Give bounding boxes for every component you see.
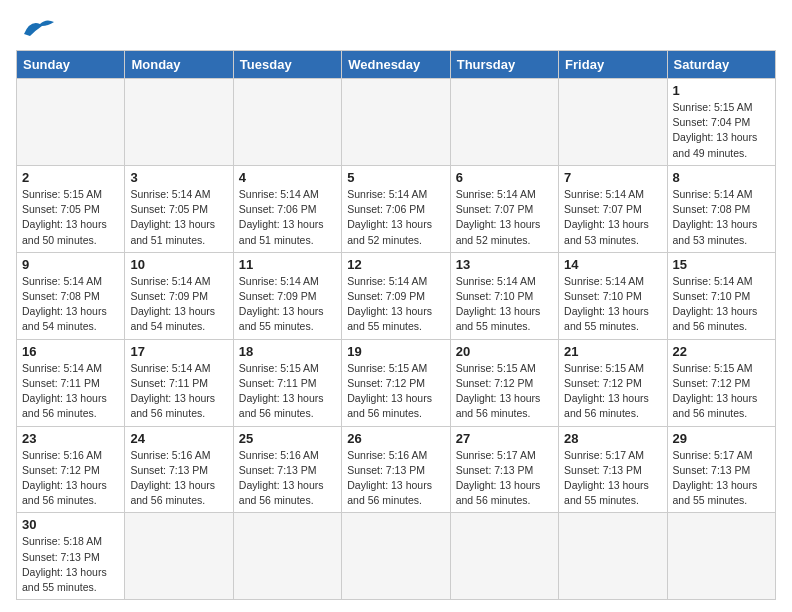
calendar-cell: 14Sunrise: 5:14 AM Sunset: 7:10 PM Dayli… bbox=[559, 252, 667, 339]
calendar-cell: 10Sunrise: 5:14 AM Sunset: 7:09 PM Dayli… bbox=[125, 252, 233, 339]
day-number: 3 bbox=[130, 170, 227, 185]
calendar-cell bbox=[559, 79, 667, 166]
day-info: Sunrise: 5:15 AM Sunset: 7:12 PM Dayligh… bbox=[456, 361, 553, 422]
day-info: Sunrise: 5:14 AM Sunset: 7:06 PM Dayligh… bbox=[239, 187, 336, 248]
day-number: 14 bbox=[564, 257, 661, 272]
day-number: 27 bbox=[456, 431, 553, 446]
day-number: 30 bbox=[22, 517, 119, 532]
day-number: 7 bbox=[564, 170, 661, 185]
day-info: Sunrise: 5:15 AM Sunset: 7:12 PM Dayligh… bbox=[347, 361, 444, 422]
calendar-cell: 7Sunrise: 5:14 AM Sunset: 7:07 PM Daylig… bbox=[559, 165, 667, 252]
day-number: 26 bbox=[347, 431, 444, 446]
calendar-cell bbox=[125, 79, 233, 166]
calendar-header-row: SundayMondayTuesdayWednesdayThursdayFrid… bbox=[17, 51, 776, 79]
day-info: Sunrise: 5:14 AM Sunset: 7:08 PM Dayligh… bbox=[22, 274, 119, 335]
calendar-cell: 24Sunrise: 5:16 AM Sunset: 7:13 PM Dayli… bbox=[125, 426, 233, 513]
calendar-cell: 12Sunrise: 5:14 AM Sunset: 7:09 PM Dayli… bbox=[342, 252, 450, 339]
day-number: 8 bbox=[673, 170, 770, 185]
calendar-cell: 30Sunrise: 5:18 AM Sunset: 7:13 PM Dayli… bbox=[17, 513, 125, 600]
calendar-cell: 25Sunrise: 5:16 AM Sunset: 7:13 PM Dayli… bbox=[233, 426, 341, 513]
day-number: 13 bbox=[456, 257, 553, 272]
calendar-week-row: 2Sunrise: 5:15 AM Sunset: 7:05 PM Daylig… bbox=[17, 165, 776, 252]
calendar-body: 1Sunrise: 5:15 AM Sunset: 7:04 PM Daylig… bbox=[17, 79, 776, 600]
calendar-cell: 8Sunrise: 5:14 AM Sunset: 7:08 PM Daylig… bbox=[667, 165, 775, 252]
day-info: Sunrise: 5:14 AM Sunset: 7:06 PM Dayligh… bbox=[347, 187, 444, 248]
day-number: 28 bbox=[564, 431, 661, 446]
calendar-cell bbox=[450, 79, 558, 166]
calendar-cell: 20Sunrise: 5:15 AM Sunset: 7:12 PM Dayli… bbox=[450, 339, 558, 426]
calendar-week-row: 1Sunrise: 5:15 AM Sunset: 7:04 PM Daylig… bbox=[17, 79, 776, 166]
day-info: Sunrise: 5:14 AM Sunset: 7:11 PM Dayligh… bbox=[22, 361, 119, 422]
day-info: Sunrise: 5:15 AM Sunset: 7:12 PM Dayligh… bbox=[673, 361, 770, 422]
calendar-cell: 4Sunrise: 5:14 AM Sunset: 7:06 PM Daylig… bbox=[233, 165, 341, 252]
calendar-cell: 19Sunrise: 5:15 AM Sunset: 7:12 PM Dayli… bbox=[342, 339, 450, 426]
calendar-cell: 29Sunrise: 5:17 AM Sunset: 7:13 PM Dayli… bbox=[667, 426, 775, 513]
day-info: Sunrise: 5:15 AM Sunset: 7:11 PM Dayligh… bbox=[239, 361, 336, 422]
day-info: Sunrise: 5:14 AM Sunset: 7:05 PM Dayligh… bbox=[130, 187, 227, 248]
calendar-cell: 2Sunrise: 5:15 AM Sunset: 7:05 PM Daylig… bbox=[17, 165, 125, 252]
day-number: 5 bbox=[347, 170, 444, 185]
day-info: Sunrise: 5:15 AM Sunset: 7:05 PM Dayligh… bbox=[22, 187, 119, 248]
day-number: 10 bbox=[130, 257, 227, 272]
day-info: Sunrise: 5:14 AM Sunset: 7:09 PM Dayligh… bbox=[239, 274, 336, 335]
calendar-week-row: 30Sunrise: 5:18 AM Sunset: 7:13 PM Dayli… bbox=[17, 513, 776, 600]
calendar-cell bbox=[233, 513, 341, 600]
day-info: Sunrise: 5:14 AM Sunset: 7:08 PM Dayligh… bbox=[673, 187, 770, 248]
day-number: 19 bbox=[347, 344, 444, 359]
calendar-week-row: 16Sunrise: 5:14 AM Sunset: 7:11 PM Dayli… bbox=[17, 339, 776, 426]
day-number: 18 bbox=[239, 344, 336, 359]
day-number: 20 bbox=[456, 344, 553, 359]
calendar-week-row: 9Sunrise: 5:14 AM Sunset: 7:08 PM Daylig… bbox=[17, 252, 776, 339]
day-number: 12 bbox=[347, 257, 444, 272]
day-header-sunday: Sunday bbox=[17, 51, 125, 79]
day-info: Sunrise: 5:14 AM Sunset: 7:10 PM Dayligh… bbox=[564, 274, 661, 335]
day-number: 4 bbox=[239, 170, 336, 185]
day-number: 2 bbox=[22, 170, 119, 185]
day-header-wednesday: Wednesday bbox=[342, 51, 450, 79]
day-info: Sunrise: 5:16 AM Sunset: 7:13 PM Dayligh… bbox=[239, 448, 336, 509]
calendar-cell: 6Sunrise: 5:14 AM Sunset: 7:07 PM Daylig… bbox=[450, 165, 558, 252]
day-header-friday: Friday bbox=[559, 51, 667, 79]
calendar-cell: 5Sunrise: 5:14 AM Sunset: 7:06 PM Daylig… bbox=[342, 165, 450, 252]
day-info: Sunrise: 5:14 AM Sunset: 7:07 PM Dayligh… bbox=[456, 187, 553, 248]
day-info: Sunrise: 5:15 AM Sunset: 7:04 PM Dayligh… bbox=[673, 100, 770, 161]
day-number: 11 bbox=[239, 257, 336, 272]
day-header-tuesday: Tuesday bbox=[233, 51, 341, 79]
calendar-cell bbox=[17, 79, 125, 166]
calendar-cell: 23Sunrise: 5:16 AM Sunset: 7:12 PM Dayli… bbox=[17, 426, 125, 513]
calendar-cell: 22Sunrise: 5:15 AM Sunset: 7:12 PM Dayli… bbox=[667, 339, 775, 426]
day-number: 21 bbox=[564, 344, 661, 359]
day-info: Sunrise: 5:16 AM Sunset: 7:13 PM Dayligh… bbox=[130, 448, 227, 509]
day-info: Sunrise: 5:15 AM Sunset: 7:12 PM Dayligh… bbox=[564, 361, 661, 422]
day-info: Sunrise: 5:16 AM Sunset: 7:13 PM Dayligh… bbox=[347, 448, 444, 509]
day-info: Sunrise: 5:17 AM Sunset: 7:13 PM Dayligh… bbox=[564, 448, 661, 509]
day-number: 22 bbox=[673, 344, 770, 359]
calendar-cell: 9Sunrise: 5:14 AM Sunset: 7:08 PM Daylig… bbox=[17, 252, 125, 339]
day-number: 6 bbox=[456, 170, 553, 185]
day-number: 29 bbox=[673, 431, 770, 446]
day-number: 23 bbox=[22, 431, 119, 446]
calendar-cell bbox=[450, 513, 558, 600]
calendar-cell bbox=[125, 513, 233, 600]
calendar-cell bbox=[342, 513, 450, 600]
calendar-cell: 28Sunrise: 5:17 AM Sunset: 7:13 PM Dayli… bbox=[559, 426, 667, 513]
day-info: Sunrise: 5:14 AM Sunset: 7:11 PM Dayligh… bbox=[130, 361, 227, 422]
calendar-cell: 18Sunrise: 5:15 AM Sunset: 7:11 PM Dayli… bbox=[233, 339, 341, 426]
calendar-cell: 17Sunrise: 5:14 AM Sunset: 7:11 PM Dayli… bbox=[125, 339, 233, 426]
header bbox=[16, 16, 776, 38]
calendar-cell: 16Sunrise: 5:14 AM Sunset: 7:11 PM Dayli… bbox=[17, 339, 125, 426]
logo-bird-icon bbox=[20, 16, 56, 38]
calendar-week-row: 23Sunrise: 5:16 AM Sunset: 7:12 PM Dayli… bbox=[17, 426, 776, 513]
calendar-cell: 21Sunrise: 5:15 AM Sunset: 7:12 PM Dayli… bbox=[559, 339, 667, 426]
day-info: Sunrise: 5:17 AM Sunset: 7:13 PM Dayligh… bbox=[456, 448, 553, 509]
day-number: 9 bbox=[22, 257, 119, 272]
calendar-table: SundayMondayTuesdayWednesdayThursdayFrid… bbox=[16, 50, 776, 600]
calendar-cell bbox=[559, 513, 667, 600]
day-info: Sunrise: 5:14 AM Sunset: 7:10 PM Dayligh… bbox=[456, 274, 553, 335]
day-info: Sunrise: 5:14 AM Sunset: 7:09 PM Dayligh… bbox=[347, 274, 444, 335]
day-number: 17 bbox=[130, 344, 227, 359]
logo bbox=[16, 16, 56, 38]
calendar-cell bbox=[233, 79, 341, 166]
day-info: Sunrise: 5:14 AM Sunset: 7:09 PM Dayligh… bbox=[130, 274, 227, 335]
day-info: Sunrise: 5:14 AM Sunset: 7:10 PM Dayligh… bbox=[673, 274, 770, 335]
